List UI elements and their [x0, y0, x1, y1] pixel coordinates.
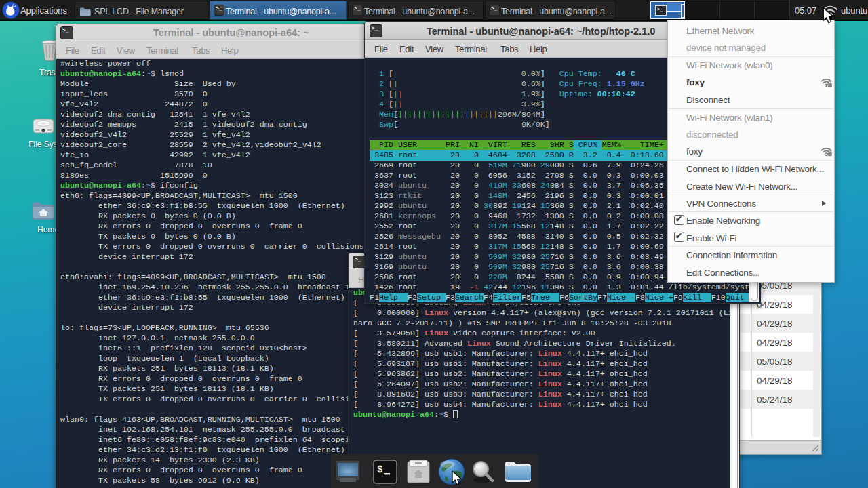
svg-text:$: $ — [377, 464, 382, 475]
